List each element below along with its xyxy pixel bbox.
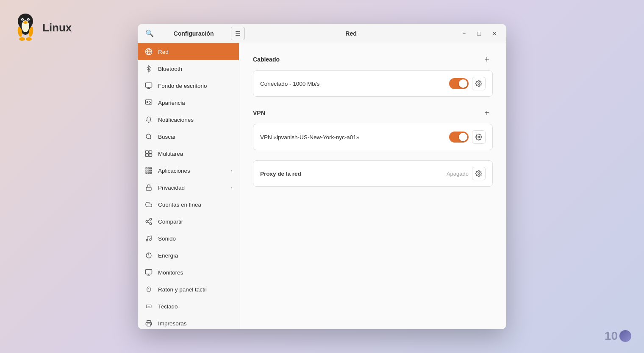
gear-cableado-icon [475,80,482,87]
settings-window: 🔍 Configuración ☰ Red − □ ✕ Red [138,24,506,329]
svg-rect-29 [150,170,152,171]
menu-icon: ☰ [235,30,241,37]
svg-point-11 [26,37,32,41]
cableado-card: Conectado - 1000 Mb/s [253,70,493,97]
sidebar-label-impresoras: Impresoras [158,320,187,327]
vpn-row: VPN «ipvanish-US-New-York-nyc-a01» [253,124,492,150]
sidebar-label-teclado: Teclado [158,303,178,310]
svg-rect-26 [150,168,152,169]
keyboard-icon [144,302,153,311]
main-title: Red [345,30,356,37]
svg-line-37 [147,222,150,223]
sidebar-item-privacidad[interactable]: Privacidad › [138,179,239,196]
svg-point-18 [146,134,151,139]
svg-point-17 [147,101,148,103]
power-icon [144,251,153,260]
desktop-logo-text: Linux [42,21,72,34]
sidebar-item-bluetooth[interactable]: Bluetooth [138,60,239,77]
svg-line-38 [147,220,150,221]
content-area: Red Bluetooth Fondo de escritorio Aparie… [138,43,506,329]
svg-point-39 [146,239,148,241]
svg-rect-13 [146,83,152,87]
svg-point-56 [478,136,480,138]
gear-vpn-icon [475,134,482,140]
cableado-toggle[interactable] [449,78,469,89]
cableado-header: Cableado + [253,53,493,65]
sidebar-label-notificaciones: Notificaciones [158,117,194,123]
menu-button[interactable]: ☰ [231,27,244,40]
apps-icon [144,166,153,175]
svg-rect-28 [148,170,150,171]
sidebar-item-sonido[interactable]: Sonido [138,230,239,247]
maximize-button[interactable]: □ [472,28,486,39]
sidebar-item-monitores[interactable]: Monitores [138,264,239,281]
minimize-button[interactable]: − [457,28,471,39]
svg-rect-30 [146,172,147,174]
notifications-icon [144,115,153,124]
vpn-section: VPN + VPN «ipvanish-US-New-York-nyc-a01» [253,107,493,150]
close-button[interactable]: ✕ [488,28,501,39]
svg-rect-46 [147,287,150,292]
sidebar-item-energia[interactable]: Energía [138,247,239,264]
svg-line-19 [150,138,151,139]
search-button[interactable]: 🔍 [143,27,156,40]
sidebar-item-raton[interactable]: Ratón y panel táctil [138,281,239,298]
vpn-toggle[interactable] [449,132,469,143]
vpn-settings-button[interactable] [472,130,486,144]
svg-rect-27 [146,170,147,171]
svg-rect-43 [146,269,152,274]
svg-rect-25 [148,168,150,169]
main-title-area: Red [245,30,457,37]
gear-proxy-icon [475,170,482,177]
titlebar: 🔍 Configuración ☰ Red − □ ✕ [138,24,506,43]
add-vpn-button[interactable]: + [481,107,493,119]
svg-rect-23 [149,154,152,157]
vpn-title: VPN [253,109,265,116]
cableado-section: Cableado + Conectado - 1000 Mb/s [253,53,493,97]
chevron-aplicaciones-icon: › [230,168,232,174]
svg-rect-33 [146,187,151,190]
multitask-icon [144,149,153,158]
sidebar-label-raton: Ratón y panel táctil [158,286,207,293]
sidebar-item-multitarea[interactable]: Multitarea [138,145,239,162]
sidebar-item-apariencia[interactable]: Apariencia [138,94,239,111]
svg-point-55 [478,83,480,84]
desktop-logo: Linux [13,13,72,42]
sidebar-label-apariencia: Apariencia [158,100,185,106]
add-cableado-button[interactable]: + [481,53,493,65]
svg-rect-22 [146,154,149,157]
sidebar-item-aplicaciones[interactable]: Aplicaciones › [138,162,239,179]
sidebar-item-teclado[interactable]: Teclado [138,298,239,315]
main-content: Cableado + Conectado - 1000 Mb/s V [239,43,506,329]
chevron-privacidad-icon: › [230,185,232,191]
sidebar-item-notificaciones[interactable]: Notificaciones [138,111,239,128]
proxy-settings-button[interactable] [472,167,486,180]
sidebar-item-buscar[interactable]: Buscar [138,128,239,145]
cableado-settings-button[interactable] [472,77,486,90]
sidebar-item-red[interactable]: Red [138,43,239,60]
sound-icon [144,234,153,243]
svg-rect-31 [148,172,150,174]
sidebar-label-aplicaciones: Aplicaciones [158,168,190,174]
monitor-icon [144,268,153,277]
sidebar-item-compartir[interactable]: Compartir [138,213,239,230]
sidebar-header: 🔍 Configuración ☰ [143,27,244,40]
sidebar: Red Bluetooth Fondo de escritorio Aparie… [138,43,239,329]
sidebar-label-energia: Energía [158,252,178,259]
svg-rect-32 [150,172,152,174]
version-circle-icon [619,330,631,342]
sidebar-label-fondo: Fondo de escritorio [158,83,207,89]
sidebar-item-fondo[interactable]: Fondo de escritorio [138,77,239,94]
proxy-section: Proxy de la red Apagado [253,160,493,187]
tux-icon [13,13,38,42]
window-controls: − □ ✕ [457,28,501,39]
sidebar-item-impresoras[interactable]: Impresoras [138,315,239,329]
sidebar-label-multitarea: Multitarea [158,151,183,157]
proxy-status: Apagado [447,171,469,177]
svg-point-7 [23,21,28,24]
svg-point-57 [478,173,480,174]
sidebar-item-cuentas[interactable]: Cuentas en línea [138,196,239,213]
network-icon [144,48,153,56]
privacy-icon [144,183,153,192]
svg-rect-24 [146,168,147,169]
